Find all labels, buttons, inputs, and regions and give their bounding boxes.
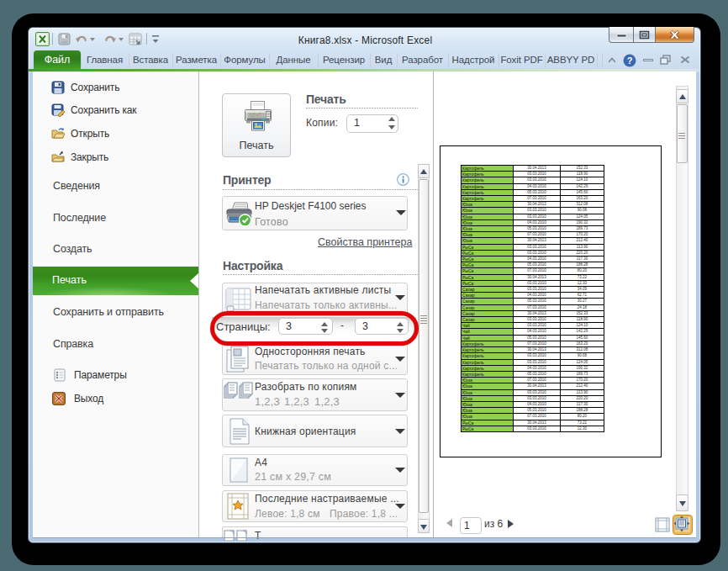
svg-text:?: ? xyxy=(627,56,633,66)
